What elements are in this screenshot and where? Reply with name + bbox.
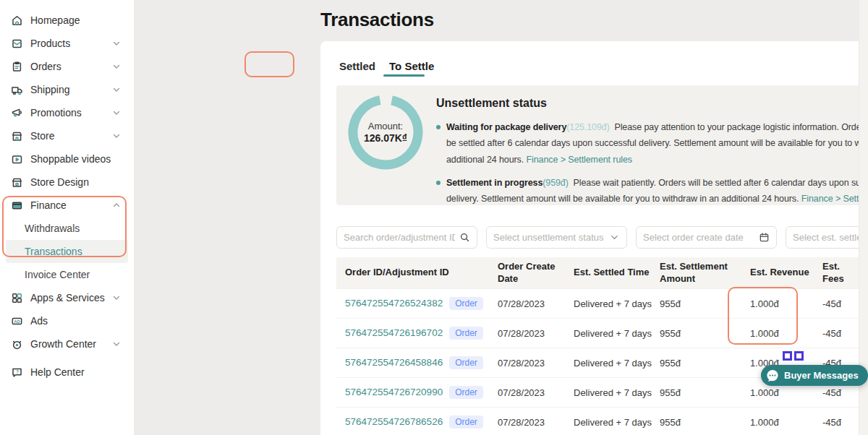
est-settlement-amount: 955đ <box>660 298 750 309</box>
svg-text:AD: AD <box>14 319 20 323</box>
unsettlement-text-block: Unsettlement status Waiting for package … <box>436 97 868 214</box>
sidebar-item-store[interactable]: Store <box>6 124 128 147</box>
order-type-badge: Order <box>449 297 483 310</box>
unsettlement-status-panel: Amount: 126.07K₫ Unsettlement status Wai… <box>336 85 868 205</box>
sidebar-item-label: Growth Center <box>30 338 96 350</box>
chevron-down-icon <box>609 232 620 243</box>
sidebar-item-store-design[interactable]: Store Design <box>6 171 128 194</box>
bullet-waiting-delivery: Waiting for package delivery(125.109đ) P… <box>436 119 868 168</box>
sidebar-item-label: Transactions <box>25 246 82 257</box>
order-create-date-value[interactable] <box>643 232 754 243</box>
sidebar-item-label: Promotions <box>30 107 82 119</box>
finance-card-icon <box>11 199 24 212</box>
table-row: 576472554726196702Order 07/28/2023 Deliv… <box>336 318 868 348</box>
est-settlement-amount: 955đ <box>660 387 750 398</box>
sidebar-item-withdrawals[interactable]: Withdrawals <box>6 217 128 240</box>
order-id-link[interactable]: 576472554726458846 <box>345 357 443 368</box>
sidebar-item-growth-center[interactable]: Growth Center <box>6 332 128 356</box>
order-type-badge: Order <box>449 386 483 399</box>
unsettlement-status-select[interactable] <box>486 226 627 249</box>
order-type-badge: Order <box>449 356 483 369</box>
tab-to-settle[interactable]: To Settle <box>388 59 435 74</box>
est-revenue: 1.000đ <box>750 417 822 428</box>
est-revenue: 1.000đ <box>750 328 822 339</box>
order-id-link[interactable]: 576472554726524382 <box>345 298 443 309</box>
est-fees: -45đ <box>822 417 862 428</box>
tab-settled[interactable]: Settled <box>339 59 376 74</box>
est-settlement-amount: 955đ <box>660 358 750 369</box>
sidebar-item-label: Withdrawals <box>25 223 80 234</box>
sidebar-item-label: Apps & Services <box>30 292 105 303</box>
chevron-down-icon <box>112 132 121 140</box>
sidebar-item-orders[interactable]: Orders <box>6 55 128 78</box>
sidebar-item-shipping[interactable]: Shipping <box>6 78 128 101</box>
order-create-date: 07/28/2023 <box>498 328 574 339</box>
sidebar-item-promotions[interactable]: Promotions <box>6 101 128 124</box>
order-type-badge: Order <box>449 327 483 340</box>
order-id-link[interactable]: 576472554726720990 <box>345 387 443 397</box>
order-id-link[interactable]: 576472554726196702 <box>345 327 443 338</box>
chevron-down-icon <box>112 108 121 117</box>
col-header-create-date: Order Create Date <box>498 261 574 285</box>
est-settlement-amount: 955đ <box>660 328 750 339</box>
order-id-link[interactable]: 576472554726786526 <box>345 416 443 427</box>
sidebar-item-apps-services[interactable]: Apps & Services <box>6 286 128 309</box>
settlement-amount-select[interactable] <box>786 226 868 249</box>
settlement-rules-link[interactable]: Finance > Settlement rules <box>526 155 631 165</box>
growth-center-icon <box>11 337 24 350</box>
table-row: 576472554726786526Order 07/28/2023 Deliv… <box>336 407 868 435</box>
settlement-amount-value[interactable] <box>793 232 868 243</box>
chevron-down-icon <box>112 39 121 48</box>
unsettlement-status-value[interactable] <box>493 232 605 243</box>
sidebar-item-transactions[interactable]: Transactions <box>6 240 128 263</box>
products-icon <box>11 37 24 50</box>
sidebar-item-label: Homepage <box>30 14 80 26</box>
sidebar-item-shoppable-videos[interactable]: Shoppable videos <box>6 147 128 171</box>
order-type-badge: Order <box>449 415 483 428</box>
donut-amount-value: 126.07K₫ <box>364 132 407 144</box>
donut-center-label: Amount: 126.07K₫ <box>348 95 423 170</box>
order-create-date: 07/28/2023 <box>498 358 574 369</box>
order-create-date: 07/28/2023 <box>498 417 574 428</box>
sidebar-item-invoice-center[interactable]: Invoice Center <box>6 263 128 286</box>
bullet-amount: (959đ) <box>542 178 569 188</box>
sidebar-item-homepage[interactable]: Homepage <box>6 9 128 32</box>
sidebar: Homepage Products Orders Shipping Promot… <box>0 0 134 435</box>
order-create-date-picker[interactable] <box>636 226 777 249</box>
est-settled-time: Delivered + 7 days <box>574 298 660 309</box>
chevron-down-icon <box>112 340 121 348</box>
bullet-bold-text: Settlement in progress <box>446 178 542 188</box>
est-revenue: 1.000đ <box>750 387 822 398</box>
svg-text:?: ? <box>16 369 19 374</box>
chevron-down-icon <box>112 85 121 94</box>
sidebar-item-label: Store <box>30 130 54 142</box>
order-create-date: 07/28/2023 <box>498 298 574 309</box>
col-header-settlement-amount: Est. Settlement Amount <box>660 261 750 285</box>
truck-icon <box>11 83 24 96</box>
sidebar-item-products[interactable]: Products <box>6 32 128 55</box>
unsettlement-title: Unsettlement status <box>436 97 868 110</box>
est-settled-time: Delivered + 7 days <box>574 387 660 398</box>
bullet-amount: (125.109đ) <box>566 122 609 132</box>
search-order-input[interactable] <box>344 232 455 243</box>
calendar-icon <box>759 232 770 243</box>
sidebar-item-finance[interactable]: Finance <box>6 194 128 217</box>
bullet-settlement-progress: Settlement in progress(959đ) Please wait… <box>436 175 868 207</box>
search-icon <box>459 232 470 243</box>
est-fees: -45đ <box>822 328 862 339</box>
storefront-icon <box>11 129 24 142</box>
est-settled-time: Delivered + 7 days <box>574 328 660 339</box>
sidebar-item-label: Help Center <box>30 366 85 378</box>
table-header-row: Order ID/Adjustment ID Order Create Date… <box>336 257 868 288</box>
search-order-filter[interactable] <box>336 226 477 249</box>
col-header-revenue: Est. Revenue <box>750 267 822 278</box>
sidebar-item-ads[interactable]: AD Ads <box>6 309 128 332</box>
sidebar-item-label: Ads <box>30 315 48 327</box>
order-create-date: 07/28/2023 <box>498 387 574 398</box>
seller-center-screen: Homepage Products Orders Shipping Promot… <box>0 0 868 435</box>
sidebar-item-label: Finance <box>30 199 67 211</box>
sidebar-item-help-center[interactable]: ? Help Center <box>6 361 128 384</box>
purple-squares-marker <box>783 351 804 361</box>
est-settled-time: Delivered + 7 days <box>574 358 660 369</box>
buyer-messages-button[interactable]: Buyer Messages <box>761 365 868 386</box>
